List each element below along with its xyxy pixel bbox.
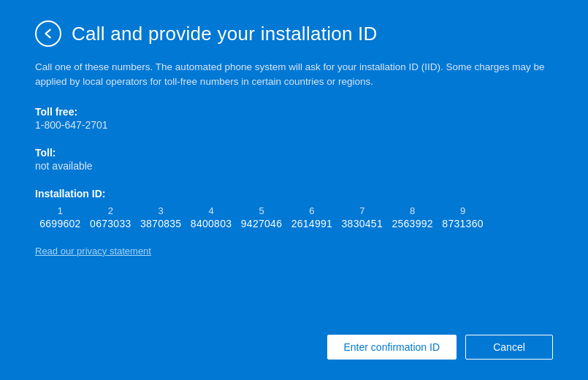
installation-id-values-grid: 6699602067303338708358400803942704626149…: [35, 218, 488, 229]
installation-id-label: Installation ID:: [35, 188, 553, 200]
cancel-button[interactable]: Cancel: [465, 335, 553, 360]
id-column-number-1: 1: [35, 205, 85, 218]
installation-id-section: Installation ID: 123456789 6699602067303…: [35, 188, 553, 229]
page-header: Call and provide your installation ID: [35, 20, 553, 47]
id-column-value-2: 0673033: [85, 218, 136, 229]
toll-section: Toll: not available: [35, 147, 553, 180]
toll-free-section: Toll free: 1-800-647-2701: [35, 106, 553, 140]
id-column-value-4: 8400803: [186, 218, 237, 229]
id-column-value-7: 3830451: [337, 218, 387, 229]
installation-id-grid: 123456789: [35, 205, 488, 218]
toll-free-label: Toll free:: [35, 106, 553, 118]
id-column-number-6: 6: [286, 205, 337, 218]
enter-confirmation-id-button[interactable]: Enter confirmation ID: [327, 335, 457, 360]
description-text: Call one of these numbers. The automated…: [35, 60, 546, 90]
back-button[interactable]: [35, 20, 61, 47]
main-container: Call and provide your installation ID Ca…: [0, 0, 588, 380]
id-column-number-8: 8: [387, 205, 438, 218]
id-column-value-8: 2563992: [387, 218, 438, 229]
id-column-number-5: 5: [237, 205, 287, 218]
privacy-link[interactable]: Read our privacy statement: [35, 246, 553, 256]
id-column-value-1: 6699602: [35, 218, 85, 229]
id-column-number-2: 2: [85, 205, 136, 218]
page-title: Call and provide your installation ID: [72, 23, 378, 45]
footer: Enter confirmation ID Cancel: [35, 335, 553, 360]
id-column-number-9: 9: [438, 205, 488, 218]
back-arrow-icon: [42, 27, 55, 40]
id-column-number-4: 4: [186, 205, 237, 218]
toll-free-value: 1-800-647-2701: [35, 119, 553, 131]
id-column-number-7: 7: [337, 205, 387, 218]
id-column-value-3: 3870835: [136, 218, 186, 229]
toll-label: Toll:: [35, 147, 553, 159]
id-column-value-9: 8731360: [438, 218, 488, 229]
id-column-value-5: 9427046: [237, 218, 287, 229]
toll-value: not available: [35, 160, 553, 172]
id-column-number-3: 3: [136, 205, 186, 218]
id-column-value-6: 2614991: [286, 218, 337, 229]
